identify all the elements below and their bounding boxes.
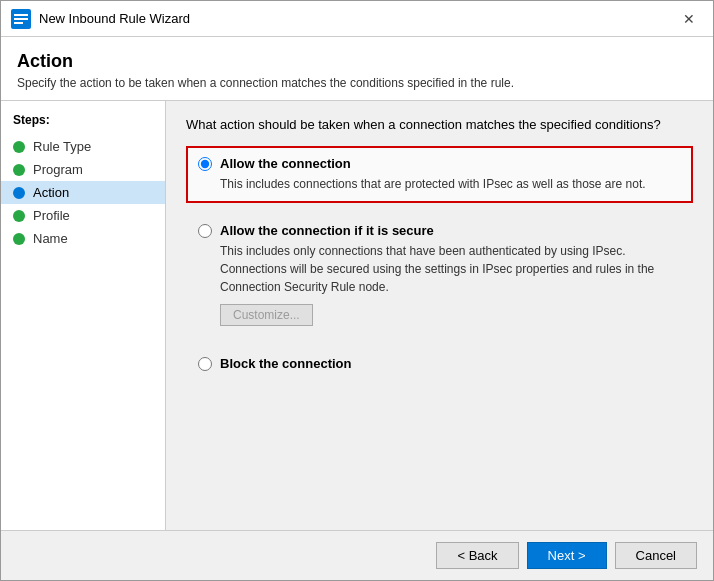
sidebar-item-rule-type: Rule Type xyxy=(1,135,165,158)
option-allow-box: Allow the connection This includes conne… xyxy=(186,146,693,203)
cancel-button[interactable]: Cancel xyxy=(615,542,697,569)
option-allow-description: This includes connections that are prote… xyxy=(220,175,681,193)
sidebar-label-profile: Profile xyxy=(33,208,70,223)
page-title: Action xyxy=(17,51,697,72)
dot-icon xyxy=(13,233,25,245)
sidebar-item-name: Name xyxy=(1,227,165,250)
sidebar-label-name: Name xyxy=(33,231,68,246)
svg-rect-1 xyxy=(14,14,28,16)
dot-icon xyxy=(13,187,25,199)
question-text: What action should be taken when a conne… xyxy=(186,117,693,132)
back-button[interactable]: < Back xyxy=(436,542,518,569)
page-subtitle: Specify the action to be taken when a co… xyxy=(17,76,697,90)
sidebar-item-profile: Profile xyxy=(1,204,165,227)
sidebar: Steps: Rule Type Program Action Profile … xyxy=(1,101,166,530)
header-section: Action Specify the action to be taken wh… xyxy=(1,37,713,101)
option-allow-row: Allow the connection xyxy=(198,156,681,171)
dot-icon xyxy=(13,164,25,176)
option-allow-secure-row: Allow the connection if it is secure xyxy=(198,223,681,238)
svg-rect-2 xyxy=(14,18,28,20)
dot-icon xyxy=(13,141,25,153)
option-block-label: Block the connection xyxy=(220,356,351,371)
option-allow-secure-label: Allow the connection if it is secure xyxy=(220,223,434,238)
wizard-icon xyxy=(11,9,31,29)
option-block-box: Block the connection xyxy=(186,346,693,381)
wizard-window: New Inbound Rule Wizard ✕ Action Specify… xyxy=(0,0,714,581)
svg-rect-3 xyxy=(14,22,23,24)
sidebar-label-program: Program xyxy=(33,162,83,177)
close-button[interactable]: ✕ xyxy=(675,7,703,31)
sidebar-item-program: Program xyxy=(1,158,165,181)
sidebar-label-action: Action xyxy=(33,185,69,200)
footer: < Back Next > Cancel xyxy=(1,530,713,580)
next-button[interactable]: Next > xyxy=(527,542,607,569)
option-allow-secure-box: Allow the connection if it is secure Thi… xyxy=(186,213,693,336)
main-content: What action should be taken when a conne… xyxy=(166,101,713,530)
window-title: New Inbound Rule Wizard xyxy=(39,11,675,26)
dot-icon xyxy=(13,210,25,222)
content-area: Steps: Rule Type Program Action Profile … xyxy=(1,101,713,530)
option-allow-label: Allow the connection xyxy=(220,156,351,171)
title-bar: New Inbound Rule Wizard ✕ xyxy=(1,1,713,37)
sidebar-item-action: Action xyxy=(1,181,165,204)
option-block-radio[interactable] xyxy=(198,357,212,371)
option-group: Allow the connection This includes conne… xyxy=(186,146,693,381)
option-allow-radio[interactable] xyxy=(198,157,212,171)
sidebar-label-rule-type: Rule Type xyxy=(33,139,91,154)
option-allow-secure-radio[interactable] xyxy=(198,224,212,238)
option-block-row: Block the connection xyxy=(198,356,681,371)
sidebar-heading: Steps: xyxy=(1,113,165,135)
option-allow-secure-description: This includes only connections that have… xyxy=(220,242,681,296)
customize-button: Customize... xyxy=(220,304,313,326)
